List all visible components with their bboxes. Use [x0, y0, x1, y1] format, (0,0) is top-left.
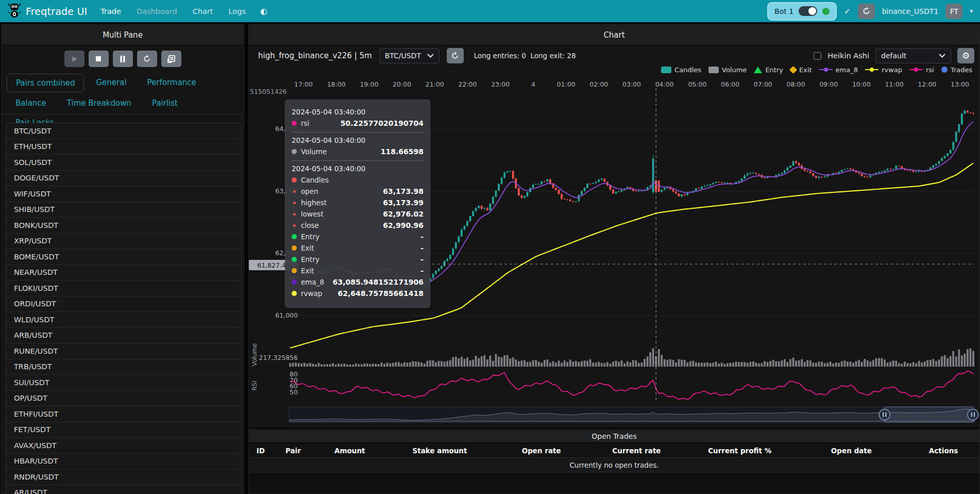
- column-header-actions: Actions: [907, 447, 979, 455]
- pair-list-item[interactable]: DOGE/USDT: [6, 171, 241, 187]
- tooltip-series-label: rvwap: [301, 288, 322, 299]
- volume-bar: [609, 364, 611, 367]
- tooltip-series-label: rsi: [301, 118, 309, 129]
- volume-bar: [921, 363, 923, 367]
- tab-performance[interactable]: Performance: [139, 74, 205, 92]
- tab-time-breakdown[interactable]: Time Breakdown: [58, 94, 140, 112]
- pause-button[interactable]: [113, 51, 133, 67]
- candle-body: [618, 191, 620, 192]
- pair-list-item[interactable]: FLOKI/USDT: [6, 281, 241, 297]
- tab-pairlist[interactable]: Pairlist: [143, 94, 187, 112]
- pair-list-item[interactable]: TRB/USDT: [6, 359, 241, 375]
- datazoom-handle-right[interactable]: [968, 409, 978, 420]
- nav-item-dashboard[interactable]: Dashboard: [137, 7, 177, 15]
- stop-button[interactable]: [89, 51, 109, 67]
- main-nav: TradeDashboardChartLogs: [100, 7, 246, 15]
- volume-bar: [324, 365, 326, 367]
- volume-bar: [887, 363, 889, 367]
- volume-bar: [449, 360, 451, 367]
- panel-splitter[interactable]: [244, 24, 248, 494]
- refresh-button[interactable]: [137, 51, 157, 67]
- candle-body: [461, 229, 463, 237]
- tab-balance[interactable]: Balance: [7, 94, 55, 112]
- candle-body: [935, 164, 937, 166]
- volume-bar: [681, 360, 683, 367]
- pair-list-item[interactable]: FET/USDT: [6, 422, 241, 438]
- play-button[interactable]: [64, 51, 85, 67]
- volume-bar: [678, 359, 680, 367]
- candle-body: [809, 172, 812, 173]
- candle-body: [701, 187, 703, 189]
- nav-item-trade[interactable]: Trade: [100, 7, 121, 15]
- pair-list-item[interactable]: WLD/USDT: [6, 312, 241, 328]
- user-avatar[interactable]: FT: [945, 4, 962, 19]
- brand[interactable]: Freqtrade UI: [7, 2, 87, 21]
- candle-body: [850, 169, 852, 169]
- open-trades-header-row: IDPairAmountStake amountOpen rateCurrent…: [249, 444, 979, 458]
- pair-list-item[interactable]: ETH/USDT: [6, 139, 241, 155]
- volume-bar: [532, 360, 534, 367]
- tooltip-row: highest63,173.99: [292, 197, 424, 208]
- nav-item-chart[interactable]: Chart: [193, 7, 213, 15]
- volume-bar: [767, 362, 769, 367]
- candle-body: [664, 188, 666, 190]
- pair-list-item[interactable]: BOME/USDT: [6, 249, 241, 265]
- caret-down-icon[interactable]: ▾: [970, 8, 973, 14]
- volume-bar: [898, 363, 900, 367]
- pair-list-item[interactable]: ORDI/USDT: [6, 297, 241, 312]
- candle-body: [889, 169, 891, 169]
- tooltip-timestamp: 2024-05-04 03:40:00: [292, 106, 424, 118]
- candle-body: [706, 185, 708, 186]
- time-axis-label: 21:00: [426, 80, 444, 88]
- pair-list-item[interactable]: NEAR/USDT: [6, 265, 241, 281]
- pair-list-item[interactable]: OP/USDT: [6, 391, 241, 407]
- candle-body: [869, 175, 871, 177]
- tab-pairs-combined[interactable]: Pairs combined: [7, 74, 84, 92]
- candle-body: [795, 161, 797, 163]
- clear-layout-button[interactable]: [161, 51, 181, 67]
- candle-body: [518, 188, 520, 195]
- pair-list-item[interactable]: RUNE/USDT: [6, 343, 241, 359]
- datazoom-handle-left[interactable]: [879, 409, 890, 420]
- time-axis-label: 04:00: [655, 80, 674, 88]
- candle-body: [520, 195, 522, 197]
- pair-list-item[interactable]: ARB/USDT: [6, 328, 241, 344]
- pair-list-item[interactable]: AR/USDT: [6, 485, 241, 494]
- candle-body: [906, 170, 908, 171]
- nav-item-logs[interactable]: Logs: [229, 7, 246, 15]
- volume-bar: [798, 360, 800, 367]
- candle-body: [615, 192, 617, 193]
- pair-list-item[interactable]: ETHFI/USDT: [6, 406, 241, 422]
- volume-axis-label: 217,325856: [259, 354, 298, 361]
- reload-button[interactable]: [858, 4, 875, 19]
- volume-bar: [755, 363, 757, 367]
- volume-bar: [792, 358, 795, 367]
- pair-list-item[interactable]: BTC/USDT: [6, 123, 241, 139]
- tab-general[interactable]: General: [87, 74, 135, 92]
- theme-toggle-icon[interactable]: ◐: [260, 6, 267, 16]
- volume-bar: [444, 361, 446, 367]
- pair-list-item[interactable]: BONK/USDT: [6, 218, 241, 234]
- pair-list-item[interactable]: HBAR/USDT: [6, 454, 241, 470]
- volume-bar: [320, 364, 323, 367]
- pair-list-item[interactable]: SOL/USDT: [6, 155, 241, 171]
- pair-list-item[interactable]: XRP/USDT: [6, 234, 241, 250]
- volume-bar: [486, 359, 488, 367]
- pair-list-item[interactable]: SHIB/USDT: [6, 202, 241, 218]
- pair-list-item[interactable]: RNDR/USDT: [6, 469, 241, 485]
- candle-body: [538, 184, 540, 185]
- pair-list-item[interactable]: AVAX/USDT: [6, 438, 241, 454]
- pair-list-item[interactable]: WIF/USDT: [6, 186, 241, 202]
- volume-bar: [801, 359, 803, 367]
- bot-running-toggle[interactable]: [799, 6, 817, 16]
- pair-list-item[interactable]: SUI/USDT: [6, 375, 241, 391]
- volume-bar: [527, 362, 529, 367]
- volume-bar: [944, 355, 946, 367]
- brand-title[interactable]: Freqtrade UI: [26, 6, 87, 17]
- volume-bar: [312, 364, 314, 367]
- volume-bar: [741, 362, 743, 367]
- time-axis-label: 23:00: [491, 80, 510, 88]
- bot-selector[interactable]: Bot 1: [767, 2, 837, 21]
- tooltip-series-label: Exit: [301, 242, 314, 254]
- candle-body: [950, 150, 952, 153]
